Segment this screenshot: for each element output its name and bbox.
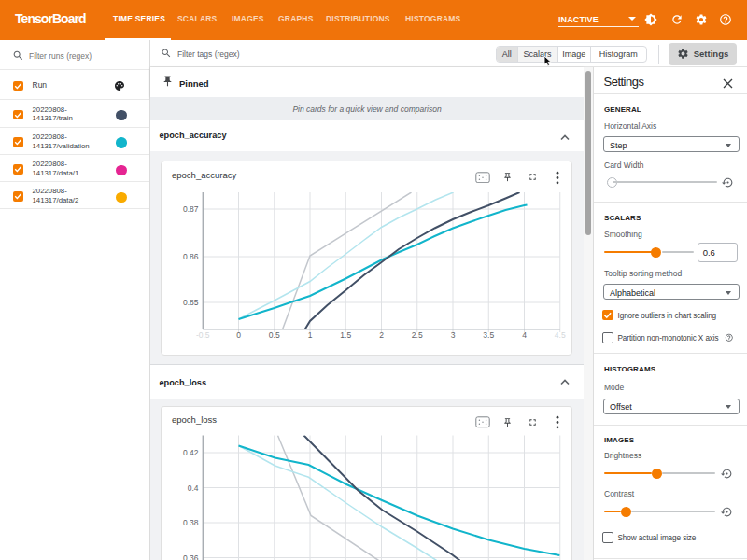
svg-text:0.42: 0.42 [182, 448, 198, 457]
svg-text:0.4: 0.4 [187, 483, 198, 492]
svg-text:2.5: 2.5 [411, 330, 422, 340]
svg-text:0.5: 0.5 [268, 330, 279, 340]
svg-text:-0.5: -0.5 [195, 330, 209, 340]
svg-text:4.5: 4.5 [554, 330, 565, 340]
svg-text:0.85: 0.85 [182, 298, 198, 307]
svg-text:0.86: 0.86 [182, 252, 198, 261]
svg-text:1: 1 [307, 330, 312, 340]
svg-text:3: 3 [450, 330, 455, 340]
svg-text:0.36: 0.36 [182, 553, 198, 560]
svg-text:0: 0 [236, 330, 241, 340]
svg-text:0.38: 0.38 [182, 518, 198, 527]
svg-text:0.87: 0.87 [182, 204, 198, 214]
svg-text:2: 2 [379, 330, 384, 340]
svg-text:3.5: 3.5 [483, 330, 494, 340]
svg-text:1.5: 1.5 [340, 330, 351, 340]
svg-text:4: 4 [522, 330, 527, 340]
